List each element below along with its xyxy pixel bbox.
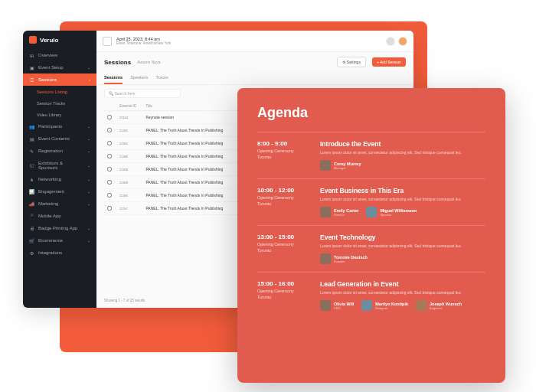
slot-title: Lead Generation in Event xyxy=(320,280,485,288)
row-checkbox[interactable] xyxy=(107,167,112,172)
col-header[interactable]: External ID xyxy=(116,102,142,111)
row-checkbox[interactable] xyxy=(107,193,112,198)
brand-name: Verulo xyxy=(40,37,58,44)
slot-label: Opening Ceremony xyxy=(257,149,308,153)
sidebar-item-sessions[interactable]: ☰Sessions› xyxy=(23,74,96,86)
nav-icon: ⊞ xyxy=(29,53,34,58)
date-display: April 25, 2023, 8:44 am Event Timezone: … xyxy=(116,37,171,45)
sidebar-item-engagement[interactable]: 📊Engagement⌄ xyxy=(23,185,96,198)
nav-icon: ✎ xyxy=(29,149,34,154)
speaker-avatar xyxy=(366,207,377,217)
nav-icon: ⚙ xyxy=(29,250,34,256)
sidebar-item-overview[interactable]: ⊞Overview xyxy=(23,49,96,61)
sidebar-item-participants[interactable]: 👥Participants⌄ xyxy=(23,120,96,132)
speaker-avatar xyxy=(361,300,372,311)
chevron-icon: ⌄ xyxy=(87,177,90,181)
chevron-icon: ⌄ xyxy=(87,163,90,168)
sidebar-item-event-setup[interactable]: ▣Event Setup⌄ xyxy=(23,61,96,74)
slot-title: Introduce the Event xyxy=(320,140,485,148)
nav-icon: ◱ xyxy=(29,162,34,168)
nav-icon: ▤ xyxy=(29,136,34,142)
speaker[interactable]: Corey MurrayManager xyxy=(320,160,361,171)
sidebar-item-badge-printing-app[interactable]: 🖨Badge Printing App⌄ xyxy=(23,222,96,234)
chevron-icon: ⌄ xyxy=(87,201,90,206)
slot-time: 15:00 - 16:00 xyxy=(257,280,308,287)
row-checkbox[interactable] xyxy=(107,154,112,158)
col-header[interactable] xyxy=(104,102,116,111)
sidebar-item-networking[interactable]: ⋔Networking⌄ xyxy=(23,173,96,185)
tab-tracks[interactable]: Tracks xyxy=(155,72,168,84)
speaker-avatar xyxy=(416,300,427,311)
notification-icon[interactable] xyxy=(386,37,395,46)
sidebar-item-sessions-listing[interactable]: Sessions Listing xyxy=(23,86,96,97)
row-checkbox[interactable] xyxy=(107,206,112,211)
sidebar-item-registration[interactable]: ✎Registration⌄ xyxy=(23,145,96,157)
slot-time: 10:00 - 12:00 xyxy=(257,187,308,194)
pager-label: Showing 1 - 7 of 25 results xyxy=(104,299,145,302)
topbar: April 25, 2023, 8:44 am Event Timezone: … xyxy=(96,31,413,52)
nav-icon: 🛒 xyxy=(29,238,34,243)
tabs: SessionsSpeakersTracks xyxy=(96,72,413,85)
nav-icon: 📣 xyxy=(29,201,34,207)
nav-icon: 📱 xyxy=(29,214,34,219)
sessions-header: Sessions Autumn Nova ⚙ Settings + Add Se… xyxy=(96,52,413,72)
sidebar-item-video-library[interactable]: Video Library xyxy=(23,109,96,120)
agenda-title: Agenda xyxy=(257,105,485,121)
speaker-avatar xyxy=(320,253,331,264)
chevron-icon: › xyxy=(89,77,90,82)
nav-icon: 📊 xyxy=(29,189,34,194)
speaker[interactable]: Joseph WunschEngineer xyxy=(416,300,462,311)
sidebar-item-ecommerce[interactable]: 🛒Ecommerce⌄ xyxy=(23,234,96,247)
slot-label: Opening Ceremony xyxy=(257,289,308,293)
sidebar-item-integrations[interactable]: ⚙Integrations xyxy=(23,247,96,259)
chevron-icon: ⌄ xyxy=(87,124,90,129)
agenda-card: Agenda 8:00 - 9:00Opening CeremonyToront… xyxy=(237,88,505,383)
slot-label: Opening Ceremony xyxy=(257,195,308,200)
calendar-icon[interactable] xyxy=(103,37,112,46)
slot-desc: Lorem ipsum dolor sit amet, consectetur … xyxy=(320,290,485,296)
slot-time: 13:00 - 15:00 xyxy=(257,234,308,240)
nav-icon: 👥 xyxy=(29,124,34,129)
speaker-avatar xyxy=(320,207,331,217)
sidebar-item-event-contents[interactable]: ▤Event Contents⌄ xyxy=(23,132,96,145)
row-checkbox[interactable] xyxy=(107,141,112,145)
tab-sessions[interactable]: Sessions xyxy=(104,72,123,84)
user-avatar[interactable] xyxy=(398,37,407,46)
speaker-avatar xyxy=(320,300,331,311)
date-sub: Event Timezone: America/New York xyxy=(116,41,171,45)
chevron-icon: ⌄ xyxy=(87,65,90,70)
add-session-button[interactable]: + Add Session xyxy=(372,57,406,67)
sidebar: Verulo ⊞Overview▣Event Setup⌄☰Sessions›S… xyxy=(23,31,96,308)
speaker[interactable]: Tommie DeutschFounder xyxy=(320,253,368,264)
speaker[interactable]: Emily CarterDirector xyxy=(320,207,358,217)
speaker[interactable]: Marilyn KonôpikDesigner xyxy=(361,300,408,311)
sidebar-item-mobile-app[interactable]: 📱Mobile App xyxy=(23,210,96,222)
chevron-icon: ⌄ xyxy=(87,136,90,141)
row-checkbox[interactable] xyxy=(107,180,112,185)
nav-icon: ⋔ xyxy=(29,177,34,182)
sidebar-item-marketing[interactable]: 📣Marketing⌄ xyxy=(23,198,96,210)
slot-desc: Lorem ipsum dolor sit amet, consectetur … xyxy=(320,243,485,249)
speaker[interactable]: Olivia WillCEO xyxy=(320,300,354,311)
slot-label: Opening Ceremony xyxy=(257,242,308,247)
search-input[interactable]: 🔍 Search here xyxy=(104,89,181,98)
col-header[interactable]: Title xyxy=(142,102,237,111)
slot-title: Event Technology xyxy=(320,234,485,241)
chevron-icon: ⌄ xyxy=(87,189,90,194)
nav-icon: ☰ xyxy=(29,77,34,83)
brand[interactable]: Verulo xyxy=(23,31,96,49)
sidebar-item-exhibitors-&-sponsors[interactable]: ◱Exhibitors & Sponsors⌄ xyxy=(23,157,96,173)
settings-button[interactable]: ⚙ Settings xyxy=(337,57,365,67)
tab-speakers[interactable]: Speakers xyxy=(130,72,148,84)
agenda-slot: 13:00 - 15:00Opening CeremonyTorontoEven… xyxy=(257,225,485,272)
speaker-avatar xyxy=(320,160,331,171)
speaker[interactable]: Miguel WilliamsonSpeaker xyxy=(366,207,417,217)
chevron-icon: ⌄ xyxy=(87,238,90,243)
sidebar-item-session-tracks[interactable]: Session Tracks xyxy=(23,97,96,109)
nav-icon: 🖨 xyxy=(29,226,34,231)
row-checkbox[interactable] xyxy=(107,128,112,132)
slot-desc: Lorem ipsum dolor sit amet, consectetur … xyxy=(320,197,485,202)
row-checkbox[interactable] xyxy=(107,115,112,119)
brand-icon xyxy=(29,36,37,44)
slot-time: 8:00 - 9:00 xyxy=(257,140,308,147)
